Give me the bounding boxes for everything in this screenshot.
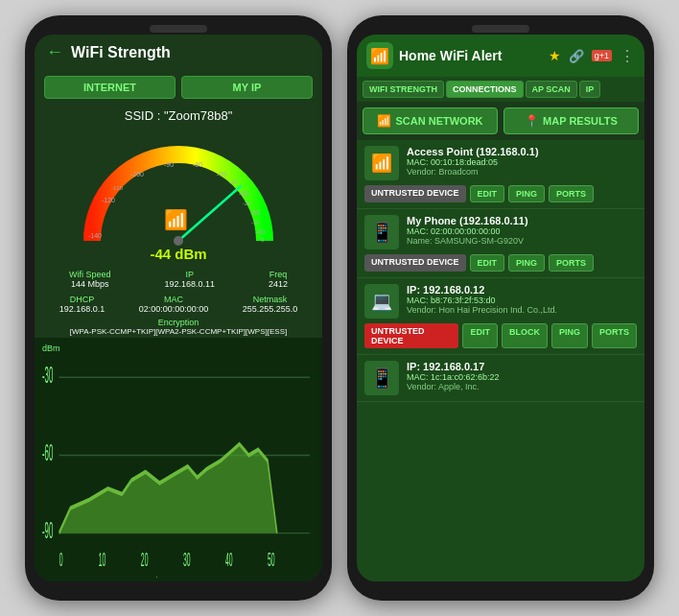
btn-block-2[interactable]: BLOCK — [502, 323, 548, 348]
device-card-0: 📶 Access Point (192.168.0.1) MAC: 00:10:… — [357, 140, 644, 209]
svg-text:-60: -60 — [42, 440, 53, 466]
device-icon-3: 📱 — [364, 361, 399, 395]
device-header-3: 📱 IP: 192.168.0.17 MAC: 1c:1a:c0:62:6b:2… — [364, 361, 637, 395]
computer-icon: 💻 — [371, 291, 392, 312]
g1-badge[interactable]: g+1 — [592, 50, 612, 61]
gauge-container: -140 -120 -100 -90 -80 -70 -60 -50 -40 -… — [35, 127, 322, 266]
tab-row: INTERNET MY IP — [35, 70, 322, 105]
tab-connections[interactable]: CONNECTIONS — [446, 81, 524, 98]
scan-network-button[interactable]: 📶 SCAN NETWORK — [363, 107, 498, 134]
extra-dhcp: DHCP 192.168.0.1 — [59, 295, 105, 314]
btn-ports-0[interactable]: PORTS — [549, 185, 594, 202]
star-icon[interactable]: ★ — [549, 48, 561, 63]
iphone-icon: 📱 — [370, 367, 394, 390]
device-vendor-1: Name: SAMSUNG-SM-G920V — [407, 236, 637, 246]
gauge-svg: -140 -120 -100 -90 -80 -70 -60 -50 -40 -… — [73, 130, 284, 255]
stat-speed: Wifi Speed 144 Mbps — [69, 270, 111, 289]
device-vendor-0: Vendor: Broadcom — [407, 167, 637, 177]
btn-edit-1[interactable]: EDIT — [470, 254, 505, 272]
device-mac-0: MAC: 00:10:18:dead:05 — [407, 157, 637, 167]
btn-untrusted-0[interactable]: UNTRUSTED DEVICE — [364, 185, 466, 202]
device-card-1: 📱 My Phone (192.168.0.11) MAC: 02:00:00:… — [357, 209, 644, 278]
svg-text:-110: -110 — [111, 185, 124, 191]
svg-text:-50: -50 — [250, 209, 260, 216]
svg-text:-90: -90 — [42, 518, 53, 544]
device-actions-1: UNTRUSTED DEVICE EDIT PING PORTS — [364, 254, 637, 272]
svg-text:50: 50 — [268, 549, 275, 571]
btn-untrusted-1[interactable]: UNTRUSTED DEVICE — [364, 254, 466, 272]
router-icon: 📶 — [371, 153, 392, 174]
btn-ping-2[interactable]: PING — [551, 323, 588, 348]
btn-ping-1[interactable]: PING — [508, 254, 545, 272]
device-card-2: 💻 IP: 192.168.0.12 MAC: b8:76:3f:2f:53:d… — [357, 278, 644, 355]
svg-text:0: 0 — [59, 549, 63, 571]
svg-marker-23 — [59, 444, 277, 533]
phone-icon: 📱 — [370, 221, 394, 244]
wifi-icon: 📶 — [377, 114, 391, 128]
tab-wifi-strength[interactable]: WIFI STRENGTH — [363, 81, 444, 98]
device-info-2: IP: 192.168.0.12 MAC: b8:76:3f:2f:53:d0 … — [407, 284, 637, 315]
svg-text:40: 40 — [225, 549, 233, 571]
tab-myip[interactable]: MY IP — [181, 76, 313, 99]
back-arrow-icon[interactable]: ← — [46, 42, 63, 62]
enc-row: Encryption [WPA-PSK-CCMP+TKIP][WPA2-PSK-… — [35, 316, 322, 338]
device-name-2: IP: 192.168.0.12 — [407, 284, 637, 296]
tab-ip[interactable]: IP — [579, 81, 601, 98]
device-name-3: IP: 192.168.0.17 — [407, 361, 637, 372]
app-icon: 📶 — [366, 42, 393, 69]
device-header-2: 💻 IP: 192.168.0.12 MAC: b8:76:3f:2f:53:d… — [364, 284, 637, 319]
devices-list: 📶 Access Point (192.168.0.1) MAC: 00:10:… — [357, 140, 644, 581]
right-phone: 📶 Home WiFi Alert ★ 🔗 g+1 ⋮ WIFI STRENGT… — [347, 15, 654, 601]
svg-text:30: 30 — [183, 549, 191, 571]
tab-ap-scan[interactable]: AP SCAN — [526, 81, 577, 98]
svg-text:-40: -40 — [255, 228, 265, 235]
ssid-label: SSID : "Zoom78b8" — [35, 105, 322, 127]
device-info-3: IP: 192.168.0.17 MAC: 1c:1a:c0:62:6b:22 … — [407, 361, 637, 391]
btn-edit-0[interactable]: EDIT — [470, 185, 505, 202]
header-icons: ★ 🔗 g+1 ⋮ — [549, 47, 635, 65]
right-tabs: WIFI STRENGTH CONNECTIONS AP SCAN IP — [357, 77, 644, 102]
more-icon[interactable]: ⋮ — [620, 47, 635, 65]
svg-text:20: 20 — [141, 549, 149, 571]
chart-svg: -30 -60 -90 0 10 20 30 40 50 seconds — [42, 355, 315, 578]
btn-ping-0[interactable]: PING — [508, 185, 545, 202]
left-header: ← WiFi Strength — [35, 35, 322, 70]
svg-text:📶: 📶 — [164, 208, 188, 231]
svg-point-15 — [174, 236, 183, 246]
device-header-0: 📶 Access Point (192.168.0.1) MAC: 00:10:… — [364, 146, 637, 180]
device-icon-2: 💻 — [364, 284, 399, 319]
svg-text:-30: -30 — [42, 363, 53, 389]
stat-freq: Freq 2412 — [269, 270, 288, 289]
right-screen: 📶 Home WiFi Alert ★ 🔗 g+1 ⋮ WIFI STRENGT… — [357, 35, 644, 581]
device-icon-1: 📱 — [364, 215, 399, 249]
svg-text:-140: -140 — [88, 232, 102, 239]
gauge-value: -44 dBm — [150, 246, 206, 262]
tab-internet[interactable]: INTERNET — [44, 76, 176, 99]
btn-edit-2[interactable]: EDIT — [462, 323, 498, 348]
device-vendor-3: Vendor: Apple, Inc. — [407, 382, 637, 391]
stat-ip: IP 192.168.0.11 — [164, 270, 215, 289]
device-actions-0: UNTRUSTED DEVICE EDIT PING PORTS — [364, 185, 637, 202]
device-vendor-2: Vendor: Hon Hai Precision Ind. Co.,Ltd. — [407, 305, 637, 315]
stats-row: Wifi Speed 144 Mbps IP 192.168.0.11 Freq… — [35, 266, 322, 293]
share-icon[interactable]: 🔗 — [569, 49, 584, 63]
extra-mac: MAC 02:00:00:00:00:00 — [139, 295, 209, 314]
btn-untrusted-2[interactable]: UNTRUSTED DEVICE — [364, 323, 458, 348]
device-name-1: My Phone (192.168.0.11) — [407, 215, 637, 226]
btn-ports-1[interactable]: PORTS — [549, 254, 594, 272]
left-title: WiFi Strength — [71, 44, 171, 61]
chart-area: dBm -30 -60 -90 0 10 20 30 40 50 — [35, 338, 322, 581]
svg-text:-90: -90 — [164, 161, 174, 168]
svg-text:-100: -100 — [130, 171, 144, 178]
device-info-1: My Phone (192.168.0.11) MAC: 02:00:00:00… — [407, 215, 637, 246]
device-icon-0: 📶 — [364, 146, 399, 180]
device-actions-2: UNTRUSTED DEVICE EDIT BLOCK PING PORTS — [364, 323, 637, 348]
svg-text:10: 10 — [99, 549, 106, 571]
device-mac-3: MAC: 1c:1a:c0:62:6b:22 — [407, 372, 637, 382]
svg-text:-10: -10 — [251, 220, 260, 225]
map-results-button[interactable]: 📍 MAP RESULTS — [503, 107, 639, 134]
left-phone: ← WiFi Strength INTERNET MY IP SSID : "Z… — [25, 15, 332, 601]
device-header-1: 📱 My Phone (192.168.0.11) MAC: 02:00:00:… — [364, 215, 637, 249]
svg-text:seconds: seconds — [136, 574, 161, 578]
btn-ports-2[interactable]: PORTS — [592, 323, 637, 348]
